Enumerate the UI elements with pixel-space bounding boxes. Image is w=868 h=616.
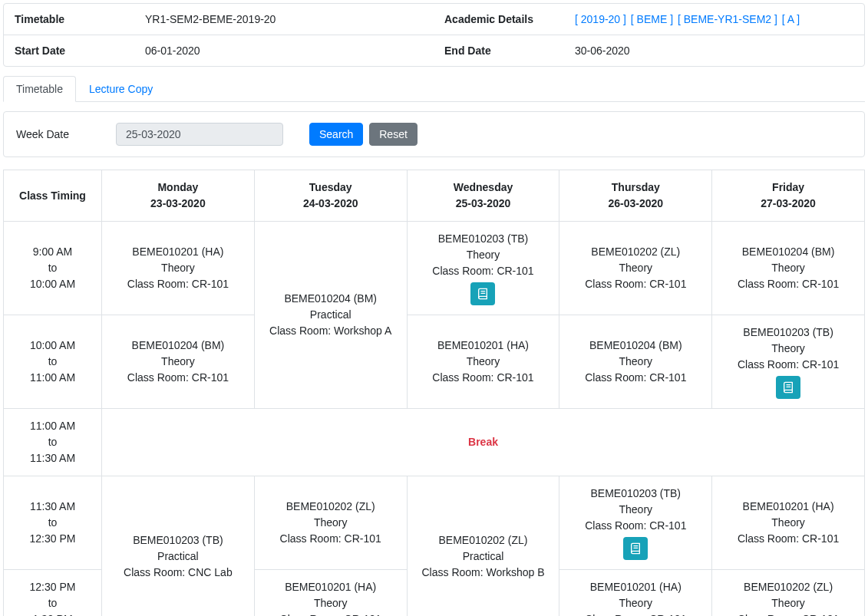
end-date-label: End Date [434, 35, 564, 67]
break-label: Break [468, 436, 498, 448]
reset-button[interactable]: Reset [369, 123, 417, 146]
slot-thu-1: BEME010202 (ZL) Theory Class Room: CR-10… [559, 222, 712, 315]
timing-cell: 11:30 AM to 12:30 PM [4, 476, 102, 570]
end-date-value: 30-06-2020 [564, 35, 864, 67]
slot-mon-1: BEME010201 (HA) Theory Class Room: CR-10… [102, 222, 255, 315]
timetable-header-row: Class Timing Monday 23-03-2020 Tuesday 2… [4, 170, 865, 222]
slot-fri-2: BEME010203 (TB) Theory Class Room: CR-10… [712, 315, 865, 409]
start-date-value: 06-01-2020 [134, 35, 434, 67]
timetable-value: YR1-SEM2-BEME-2019-20 [134, 4, 434, 35]
timetable-grid: Class Timing Monday 23-03-2020 Tuesday 2… [3, 170, 865, 616]
lecture-button[interactable] [776, 376, 800, 399]
timing-cell: 10:00 AM to 11:00 AM [4, 315, 102, 409]
academic-link-program[interactable]: [ BEME ] [631, 13, 673, 25]
academic-link-sem[interactable]: [ BEME-YR1-SEM2 ] [678, 13, 777, 25]
day-header-friday: Friday 27-03-2020 [712, 170, 865, 222]
slot-fri-1: BEME010204 (BM) Theory Class Room: CR-10… [712, 222, 865, 315]
details-table: Timetable YR1-SEM2-BEME-2019-20 Academic… [4, 4, 864, 66]
book-icon [477, 288, 489, 300]
tab-timetable[interactable]: Timetable [3, 76, 76, 102]
class-timing-header: Class Timing [4, 170, 102, 222]
slot-fri-5: BEME010202 (ZL) Theory Class Room: CR-10… [712, 570, 865, 617]
slot-mon-4-5: BEME010203 (TB) Practical Class Room: CN… [102, 476, 255, 617]
start-date-label: Start Date [4, 35, 134, 67]
slot-tue-1-2: BEME010204 (BM) Practical Class Room: Wo… [254, 222, 407, 409]
break-cell: Break [102, 409, 865, 476]
academic-link-year[interactable]: [ 2019-20 ] [575, 13, 626, 25]
slot-tue-4: BEME010202 (ZL) Theory Class Room: CR-10… [254, 476, 407, 570]
day-header-monday: Monday 23-03-2020 [102, 170, 255, 222]
academic-label: Academic Details [434, 4, 564, 35]
details-panel: Timetable YR1-SEM2-BEME-2019-20 Academic… [3, 3, 865, 67]
lecture-button[interactable] [623, 537, 648, 560]
week-date-label: Week Date [16, 128, 116, 140]
book-icon [782, 381, 794, 394]
slot-wed-4-5: BEME010202 (ZL) Practical Class Room: Wo… [407, 476, 559, 617]
tab-bar: Timetable Lecture Copy [3, 76, 865, 102]
academic-link-section[interactable]: [ A ] [782, 13, 800, 25]
search-button[interactable]: Search [309, 123, 363, 146]
day-header-thursday: Thursday 26-03-2020 [559, 170, 712, 222]
tab-lecture-copy[interactable]: Lecture Copy [76, 76, 166, 102]
academic-links: [ 2019-20 ] [ BEME ] [ BEME-YR1-SEM2 ] [… [564, 4, 864, 35]
slot-wed-1: BEME010203 (TB) Theory Class Room: CR-10… [407, 222, 559, 315]
lecture-button[interactable] [470, 282, 495, 305]
slot-wed-2: BEME010201 (HA) Theory Class Room: CR-10… [407, 315, 559, 409]
search-panel: Week Date Search Reset [3, 111, 865, 157]
timing-cell: 9:00 AM to 10:00 AM [4, 222, 102, 315]
slot-tue-5: BEME010201 (HA) Theory Class Room: CR-10… [254, 570, 407, 617]
day-header-wednesday: Wednesday 25-03-2020 [407, 170, 559, 222]
slot-thu-4: BEME010203 (TB) Theory Class Room: CR-10… [559, 476, 712, 570]
timetable-label: Timetable [4, 4, 134, 35]
slot-mon-2: BEME010204 (BM) Theory Class Room: CR-10… [102, 315, 255, 409]
timing-cell: 12:30 PM to 1:30 PM [4, 570, 102, 617]
timing-cell: 11:00 AM to 11:30 AM [4, 409, 102, 476]
book-icon [629, 542, 642, 555]
slot-thu-2: BEME010204 (BM) Theory Class Room: CR-10… [559, 315, 712, 409]
slot-fri-4: BEME010201 (HA) Theory Class Room: CR-10… [712, 476, 865, 570]
slot-thu-5: BEME010201 (HA) Theory Class Room: CR-10… [559, 570, 712, 617]
day-header-tuesday: Tuesday 24-03-2020 [254, 170, 407, 222]
week-date-input[interactable] [116, 123, 283, 146]
